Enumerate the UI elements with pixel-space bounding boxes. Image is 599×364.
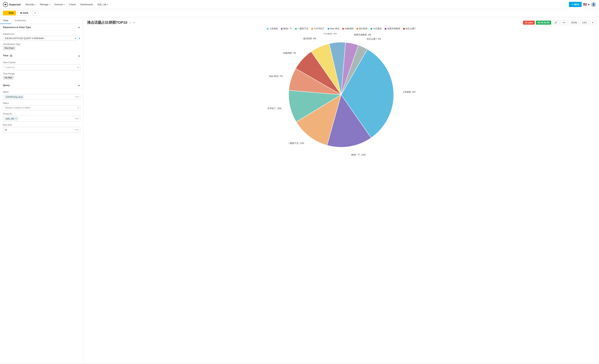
time-range-label: Time Range <box>3 72 80 75</box>
datasource-row: JUEJIN.UNTITLED QUERY 3-I50I53HW-... ▾ + <box>3 36 80 41</box>
logo[interactable]: Superset <box>3 2 21 7</box>
pie-label: 你怎么看?: 3% <box>367 38 381 40</box>
query-section: Metric COUNT(msg_id) ▶ ✕ ▾ Filters ▾ Gro… <box>0 89 83 135</box>
legend-color <box>356 28 358 30</box>
chevron-down-icon: ✕ <box>75 129 77 131</box>
filters-wrapper: ▾ <box>3 105 80 110</box>
close-icon[interactable]: ✕ <box>15 117 17 120</box>
legend-label: 内推招聘 <box>345 27 353 30</box>
logo-icon <box>3 2 8 7</box>
filters-input[interactable] <box>3 105 80 110</box>
group-by-dropdown-icon: ▾ <box>78 117 79 120</box>
legend-item: 树洞一下 <box>281 27 292 30</box>
time-range-badge[interactable]: No filter <box>3 76 14 80</box>
legend-item: New 资讯 <box>327 27 339 30</box>
legend-label: 提问回答 <box>359 27 368 30</box>
chevron-down-icon: ▾ <box>75 37 76 40</box>
legend-color <box>311 28 313 30</box>
legend-item: 一图胜千言 <box>295 27 308 30</box>
chart-actions: 10 rows 00:00:00:28 🔗 </> JSON CSV ≡ <box>523 20 595 25</box>
user-avatar[interactable]: 👤 <box>591 2 596 7</box>
legend-color <box>295 28 297 30</box>
time-column-wrapper: 0 option(s) ▾ <box>3 64 80 70</box>
main-layout: Data Customize Datasource & Chart Type ▲… <box>0 17 599 363</box>
query-section-header[interactable]: Query ▲ <box>0 82 83 89</box>
json-button[interactable]: JSON <box>569 20 579 25</box>
legend-color <box>342 28 344 30</box>
nav-sources[interactable]: Sources ▾ <box>53 2 66 7</box>
pie-label: 上班摸鱼: 32% <box>402 91 415 93</box>
pie-label: 内推招聘: 7% <box>283 52 296 54</box>
kebab-menu-button[interactable]: ⠿ <box>32 10 38 16</box>
nav-manage[interactable]: Manage ▾ <box>38 2 52 7</box>
legend-label: 今日最佳 <box>373 27 382 30</box>
row-limit-label: Row limit <box>3 124 80 126</box>
legend-label: 树洞一下 <box>283 27 292 30</box>
code-button[interactable]: </> <box>560 20 568 25</box>
legend-label: 今天学到了 <box>314 27 325 30</box>
legend-item: 内推招聘 <box>342 27 353 30</box>
datasource-section-header[interactable]: Datasource & Chart Type ▲ <box>0 24 83 31</box>
link-button[interactable]: 🔗 <box>552 20 559 25</box>
legend-label: New 资讯 <box>330 27 339 30</box>
viz-type-label: Visualization Type <box>3 43 80 45</box>
filters-label: Filters <box>3 102 80 105</box>
info-icon[interactable]: i <box>10 54 12 57</box>
legend-color <box>267 28 269 30</box>
legend-item: 今日最佳 <box>370 27 382 30</box>
chevron-down-icon: ▾ <box>78 66 79 69</box>
legend-color <box>403 28 405 30</box>
star-icon[interactable]: ☆ <box>129 21 131 24</box>
time-column-label: Time Column <box>3 61 80 64</box>
chart-legend: 上班摸鱼树洞一下一图胜千言今天学到了New 资讯内推招聘提问回答今日最佳优秀开源… <box>87 27 595 30</box>
datasource-select[interactable]: JUEJIN.UNTITLED QUERY 3-I50I53HW-... ▾ <box>3 36 78 41</box>
nav-sqllab[interactable]: SQL Lab ▾ <box>96 2 110 7</box>
more-button[interactable]: ≡ <box>590 20 595 25</box>
pie-chart-svg: 上班摸鱼: 32%树洞一下: 14%一图胜千言: 12%今天学到了: 10%Ne… <box>267 33 415 156</box>
row-limit-dropdown-icon: ▾ <box>78 129 79 131</box>
panel-tabs: Data Customize <box>0 17 83 24</box>
save-button[interactable]: ✱ SAVE <box>18 10 31 16</box>
tag-arrow-icon: ▶ <box>21 96 23 98</box>
tab-customize[interactable]: Customize <box>11 17 29 24</box>
nav-dashboards[interactable]: Dashboards <box>79 2 95 7</box>
legend-color <box>281 28 283 30</box>
nav-charts[interactable]: Charts <box>67 2 78 7</box>
datasource-section: Datasource JUEJIN.UNTITLED QUERY 3-I50I5… <box>0 31 83 52</box>
nav-security[interactable]: Security ▾ <box>24 2 37 7</box>
row-limit-select[interactable]: 10 ✕ ▾ <box>3 127 80 133</box>
chart-area: 上班摸鱼: 32%树洞一下: 14%一图胜千言: 12%今天学到了: 10%Ne… <box>87 33 595 156</box>
legend-item: 上班摸鱼 <box>267 27 278 30</box>
legend-color <box>385 28 387 30</box>
pie-label: 提问回答: 6% <box>303 37 316 40</box>
legend-color <box>327 28 329 30</box>
chevron-down-icon: ▾ <box>35 3 35 5</box>
rows-badge: 10 rows <box>523 21 535 25</box>
edit-icon[interactable]: ✏ <box>133 21 135 24</box>
time-column-select[interactable]: 0 option(s) ▾ <box>3 64 80 70</box>
pie-label: New 资讯: 7% <box>269 75 283 78</box>
collapse-icon: ▲ <box>78 54 80 57</box>
language-flag[interactable]: 🇺🇸 ▾ <box>583 2 590 7</box>
datasource-label: Datasource <box>3 33 80 35</box>
metric-tag[interactable]: COUNT(msg_id) ▶ <box>5 95 24 98</box>
legend-label: 上班摸鱼 <box>269 27 278 30</box>
pie-label: 今日最佳: 5% <box>324 33 337 35</box>
legend-label: 一图胜千言 <box>298 27 308 30</box>
tab-data[interactable]: Data <box>0 17 11 24</box>
right-panel: 沸点话题占比饼图TOP10 ☆ ✏ 10 rows 00:00:00:28 🔗 … <box>83 17 599 363</box>
collapse-icon: ▲ <box>78 84 80 87</box>
new-button[interactable]: + NEW <box>569 2 581 7</box>
pie-label: 今天学到了: 10% <box>267 107 282 110</box>
time-section-title: Time i <box>3 54 12 57</box>
pie-label: 一图胜千言: 12% <box>288 142 304 144</box>
metric-select[interactable]: COUNT(msg_id) ▶ ✕ ▾ <box>3 94 80 100</box>
group-by-select[interactable]: topic_title ✕ ✕ ▾ <box>3 116 80 122</box>
legend-label: 优秀开源推荐 <box>387 27 400 30</box>
viz-type-badge[interactable]: Pie Chart <box>3 46 16 50</box>
group-by-tag[interactable]: topic_title ✕ <box>5 117 18 120</box>
run-button[interactable]: ⚡ RUN <box>3 11 16 15</box>
csv-button[interactable]: CSV <box>580 20 589 25</box>
add-datasource-button[interactable]: + <box>79 37 80 40</box>
time-section-header[interactable]: Time i ▲ <box>0 52 83 59</box>
